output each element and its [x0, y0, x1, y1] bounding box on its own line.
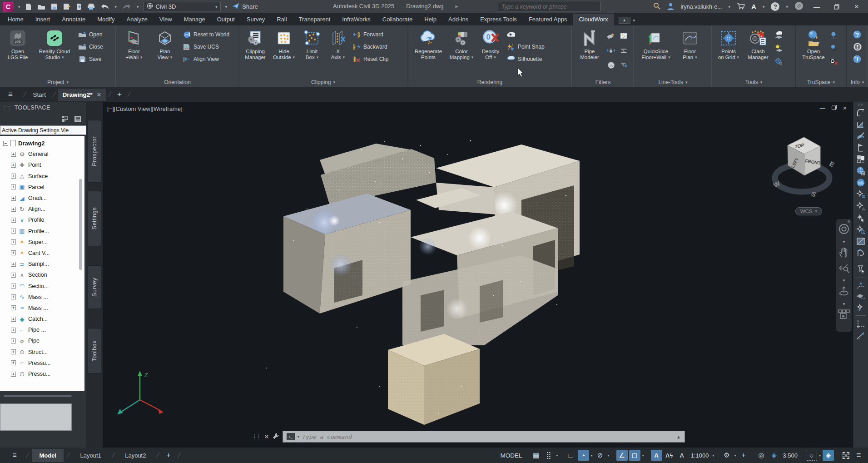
tree-root[interactable]: − Drawing2: [0, 138, 84, 149]
grid-display-icon[interactable]: ▦: [531, 450, 542, 461]
open-file-icon[interactable]: [37, 4, 45, 10]
tree-item-mass-haul-view[interactable]: +≈Mass ...: [0, 303, 84, 314]
share-button[interactable]: Share: [232, 3, 258, 11]
zoom-chevron-icon[interactable]: ▾: [843, 278, 845, 283]
undo-chevron-icon[interactable]: ▾: [115, 5, 117, 9]
curve-node-icon[interactable]: [856, 248, 865, 257]
help-icon[interactable]: ?: [771, 2, 779, 11]
print-icon[interactable]: [87, 3, 95, 10]
navbar-close-icon[interactable]: ⊗: [847, 219, 850, 224]
new-drawing-button[interactable]: +: [117, 90, 122, 99]
close-drawing-icon[interactable]: ✕: [96, 91, 101, 98]
workspace-switch-icon[interactable]: ⚙: [721, 450, 732, 461]
regenerate-points-button[interactable]: Regenerate Points: [411, 28, 446, 60]
project-panel-label[interactable]: Project▾: [0, 77, 116, 87]
tree-item-sample-lines[interactable]: +⊃Sampl...: [0, 259, 84, 269]
tree-item-cant-view[interactable]: +✶Cant V...: [0, 248, 84, 259]
tree-item-section[interactable]: +∧Section: [0, 269, 84, 280]
point-select-icon[interactable]: [856, 214, 865, 223]
open-truspace-button[interactable]: Open TruSpace: [799, 28, 828, 60]
mobile-export-icon[interactable]: [76, 3, 82, 10]
tree-item-pipe[interactable]: +⌀Pipe: [0, 335, 84, 346]
floor-plan-button[interactable]: Floor Plan▾: [676, 28, 704, 60]
elevation-value[interactable]: 3.500: [781, 452, 799, 459]
info-panel-label[interactable]: Info▾: [847, 77, 868, 87]
tab-add-ins[interactable]: Add-ins: [442, 14, 474, 25]
zoom-icon[interactable]: [838, 263, 849, 275]
tab-survey[interactable]: Survey: [241, 14, 271, 25]
side-tab-toolbox[interactable]: Toolbox: [88, 328, 101, 373]
tab-featured-apps[interactable]: Featured Apps: [523, 14, 573, 25]
close-button[interactable]: ×: [850, 1, 863, 13]
side-tab-survey[interactable]: Survey: [88, 265, 101, 309]
tab-annotate[interactable]: Annotate: [56, 14, 91, 25]
hardware-acceleration-icon[interactable]: ◈: [768, 450, 779, 461]
tab-view[interactable]: View: [154, 14, 178, 25]
x-axis-button[interactable]: X Axis▾: [326, 28, 350, 60]
redo-icon[interactable]: [122, 4, 131, 10]
clip-forward-button[interactable]: Forward: [351, 29, 390, 40]
tree-item-structure[interactable]: +⊙Struct...: [0, 347, 84, 358]
graphics-performance-icon[interactable]: ◈: [823, 450, 834, 461]
command-input[interactable]: [302, 433, 674, 440]
tree-item-profile-view[interactable]: +▥Profile...: [0, 226, 84, 237]
tab-output[interactable]: Output: [211, 14, 241, 25]
ribbon-collapse-icon[interactable]: ▲: [619, 17, 630, 24]
points-on-grid-button[interactable]: Points on Grid▾: [715, 28, 742, 60]
clipping-panel-label[interactable]: Clipping▾: [239, 77, 407, 87]
grid-corner-icon[interactable]: [856, 319, 865, 329]
info-help-icon[interactable]: ?: [853, 29, 863, 40]
user-avatar-icon[interactable]: [667, 2, 675, 11]
angle-tool-icon[interactable]: [856, 120, 865, 129]
qat-customize-chevron-icon[interactable]: ▾: [225, 5, 228, 9]
image-frame-icon[interactable]: [856, 237, 865, 245]
tab-start[interactable]: Start: [28, 89, 50, 101]
quickslice-floor-wall-button[interactable]: QuickSlice Floor+Wall▾: [637, 28, 675, 60]
tree-item-pressure-pipe[interactable]: +∅Pressu...: [0, 368, 84, 379]
tree-item-parcel[interactable]: +▣Parcel: [0, 182, 84, 193]
fitters-panel-label[interactable]: Fitters: [572, 77, 634, 87]
navbar-chevron-icon[interactable]: ▾: [843, 239, 845, 244]
workspace-switch-chevron-icon[interactable]: ▾: [734, 453, 736, 458]
hide-outside-button[interactable]: Hide Outside▾: [270, 28, 298, 60]
command-input-container[interactable]: >_ ▾ ▲: [283, 431, 685, 443]
cart-icon[interactable]: [737, 2, 745, 11]
tab-layout2[interactable]: Layout2: [118, 449, 153, 462]
workspace-select[interactable]: Civil 3D ▾: [144, 2, 221, 11]
fitter-sparkle-box-icon[interactable]: [618, 29, 630, 43]
point-label-icon[interactable]: A: [856, 202, 865, 211]
tree-item-catchment[interactable]: +◆Catch...: [0, 314, 84, 324]
fitter-globe-icon[interactable]: [605, 58, 617, 72]
info-about-icon[interactable]: i: [853, 54, 863, 65]
collapse-box-icon[interactable]: −: [3, 141, 8, 146]
clash-manager-button[interactable]: Clash Manager: [743, 28, 773, 60]
toolspace-panorama-icon[interactable]: [61, 115, 69, 124]
tools-panel-label[interactable]: Tools▾: [712, 77, 795, 87]
toolspace-list-icon[interactable]: [74, 115, 82, 124]
right-toolbar-grip-icon[interactable]: ⠿⠿: [858, 104, 863, 105]
viewport-minimize-icon[interactable]: —: [820, 105, 825, 111]
viewcube[interactable]: W S E TOP LEFT FRONT: [769, 132, 838, 204]
osnap-chevron-icon[interactable]: ▾: [642, 453, 644, 458]
orbit-chevron-icon[interactable]: ▾: [843, 302, 845, 306]
app-menu-chevron-icon[interactable]: ▾: [18, 5, 20, 9]
scale-chevron-icon[interactable]: ▾: [712, 453, 714, 458]
floor-wall-button[interactable]: Floor +Wall▾: [119, 28, 149, 60]
tools-target-gear-icon[interactable]: [774, 55, 782, 67]
snap-mode-icon[interactable]: ⣿: [543, 450, 555, 461]
tree-scrollbar[interactable]: [79, 179, 82, 270]
tab-drawing2[interactable]: Drawing2*✕: [58, 89, 106, 101]
annotation-scale-icon[interactable]: A: [676, 450, 688, 461]
command-grip-icon[interactable]: ⋮⋮⋮⋮: [253, 435, 261, 438]
save-as-icon[interactable]: [63, 3, 70, 10]
filter-select-icon[interactable]: [856, 265, 866, 274]
tools-bulb-plane-icon[interactable]: [774, 42, 782, 54]
orientation-panel-label[interactable]: Orientation: [116, 77, 238, 87]
density-off-button[interactable]: 0 Density Off▾: [477, 28, 504, 60]
isodraft-chevron-icon[interactable]: ▾: [608, 453, 610, 458]
tab-transparent[interactable]: Transparent: [293, 14, 337, 25]
polar-tracking-icon[interactable]: ◔: [578, 450, 589, 461]
selection-cycling-icon[interactable]: ◇: [806, 450, 817, 461]
save-ucs-button[interactable]: Save UCS: [181, 41, 231, 52]
help-chevron-icon[interactable]: ▾: [786, 5, 788, 9]
